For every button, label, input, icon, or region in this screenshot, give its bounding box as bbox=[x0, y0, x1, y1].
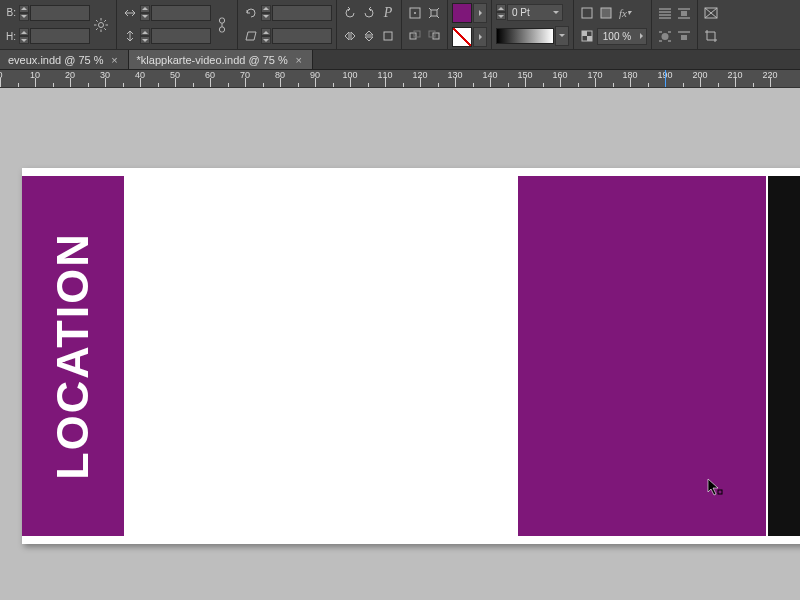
shear-stepper[interactable] bbox=[261, 28, 271, 44]
svg-line-7 bbox=[96, 28, 98, 30]
ruler-number: 120 bbox=[412, 70, 427, 80]
svg-line-8 bbox=[104, 20, 106, 22]
width-label: B: bbox=[4, 7, 18, 18]
wrap-shape-icon[interactable] bbox=[656, 27, 674, 45]
close-icon[interactable]: × bbox=[110, 54, 120, 66]
height-field[interactable] bbox=[30, 28, 90, 44]
canvas-area[interactable]: LOCATION bbox=[0, 88, 800, 600]
document-tab[interactable]: *klappkarte-video.indd @ 75 % × bbox=[129, 50, 313, 69]
select-content-icon[interactable] bbox=[425, 4, 443, 22]
scale-y-field[interactable] bbox=[151, 28, 211, 44]
stroke-dropdown[interactable] bbox=[473, 27, 487, 47]
document-tab-bar: eveux.indd @ 75 % × *klappkarte-video.in… bbox=[0, 50, 800, 70]
document-page[interactable]: LOCATION bbox=[22, 168, 800, 544]
ruler-number: 210 bbox=[727, 70, 742, 80]
wrap-jump-icon[interactable] bbox=[675, 27, 693, 45]
svg-rect-17 bbox=[414, 31, 420, 37]
document-tab[interactable]: eveux.indd @ 75 % × bbox=[0, 50, 129, 69]
select-container-icon[interactable] bbox=[406, 4, 424, 22]
ruler-guide[interactable] bbox=[665, 70, 666, 87]
flip-v-icon[interactable] bbox=[360, 27, 378, 45]
crop-icon[interactable] bbox=[702, 27, 720, 45]
ruler-number: 160 bbox=[552, 70, 567, 80]
fill-stroke-group bbox=[448, 0, 492, 49]
ruler-number: 40 bbox=[135, 70, 145, 80]
ruler-number: 110 bbox=[377, 70, 392, 80]
stroke-weight-field[interactable]: 0 Pt bbox=[507, 4, 563, 21]
photo-panel[interactable] bbox=[768, 176, 800, 536]
opacity-value: 100 % bbox=[598, 31, 636, 42]
stroke-type-dropdown[interactable] bbox=[555, 26, 569, 46]
ruler-number: 70 bbox=[240, 70, 250, 80]
corner-1-icon[interactable] bbox=[578, 4, 596, 22]
scale-x-icon bbox=[121, 4, 139, 22]
opacity-icon bbox=[578, 27, 596, 45]
flip-h-icon[interactable] bbox=[341, 27, 359, 45]
svg-rect-12 bbox=[384, 32, 392, 40]
spine-panel[interactable]: LOCATION bbox=[22, 176, 124, 536]
spine-text: LOCATION bbox=[47, 232, 99, 480]
ruler-number: 130 bbox=[447, 70, 462, 80]
wrap-bbox-icon[interactable] bbox=[675, 4, 693, 22]
ruler-number: 80 bbox=[275, 70, 285, 80]
fill-dropdown[interactable] bbox=[473, 3, 487, 23]
rotate-shear-group bbox=[238, 0, 337, 49]
ruler-number: 30 bbox=[100, 70, 110, 80]
rotate-icon bbox=[242, 4, 260, 22]
svg-rect-15 bbox=[431, 10, 437, 16]
wrap-group bbox=[652, 0, 698, 49]
svg-rect-23 bbox=[582, 31, 587, 36]
shear-field[interactable] bbox=[272, 28, 332, 44]
width-stepper[interactable] bbox=[19, 5, 29, 21]
wrap-none-icon[interactable] bbox=[656, 4, 674, 22]
stroke-style-group: 0 Pt bbox=[492, 0, 574, 49]
rotate-cw-icon[interactable] bbox=[360, 4, 378, 22]
tab-label: eveux.indd @ 75 % bbox=[8, 54, 104, 66]
dimensions-group: B: H: bbox=[0, 0, 117, 49]
svg-rect-18 bbox=[433, 33, 439, 39]
stroke-swatch[interactable] bbox=[452, 27, 472, 47]
clear-transform-icon[interactable] bbox=[379, 27, 397, 45]
svg-point-36 bbox=[662, 33, 669, 40]
scale-y-stepper[interactable] bbox=[140, 28, 150, 44]
select-next-icon[interactable] bbox=[425, 27, 443, 45]
svg-rect-10 bbox=[220, 27, 225, 32]
svg-point-14 bbox=[414, 12, 416, 14]
stroke-type-field[interactable] bbox=[496, 28, 554, 44]
corner-2-icon[interactable] bbox=[597, 4, 615, 22]
scale-x-stepper[interactable] bbox=[140, 5, 150, 21]
horizontal-ruler[interactable]: 0102030405060708090100110120130140150160… bbox=[0, 70, 800, 88]
shear-icon bbox=[242, 27, 260, 45]
link-icon[interactable] bbox=[211, 14, 233, 36]
close-icon[interactable]: × bbox=[294, 54, 304, 66]
ruler-number: 200 bbox=[692, 70, 707, 80]
tab-label: *klappkarte-video.indd @ 75 % bbox=[137, 54, 288, 66]
select-prev-icon[interactable] bbox=[406, 27, 424, 45]
control-bar: B: H: bbox=[0, 0, 800, 50]
rotate-stepper[interactable] bbox=[261, 5, 271, 21]
rotate-field[interactable] bbox=[272, 5, 332, 21]
scale-x-field[interactable] bbox=[151, 5, 211, 21]
fill-swatch[interactable] bbox=[452, 3, 472, 23]
rotate-ccw-icon[interactable] bbox=[341, 4, 359, 22]
ruler-number: 140 bbox=[482, 70, 497, 80]
svg-rect-31 bbox=[681, 11, 687, 16]
ruler-number: 180 bbox=[622, 70, 637, 80]
svg-rect-20 bbox=[582, 8, 592, 18]
scale-y-icon bbox=[121, 27, 139, 45]
sun-icon[interactable] bbox=[90, 14, 112, 36]
align-group bbox=[402, 0, 448, 49]
svg-rect-16 bbox=[410, 33, 416, 39]
fx-icon[interactable]: fx▾ bbox=[616, 4, 634, 22]
right-panel[interactable] bbox=[518, 176, 766, 536]
svg-rect-38 bbox=[681, 35, 687, 40]
scale-group bbox=[117, 0, 238, 49]
height-stepper[interactable] bbox=[19, 28, 29, 44]
char-icon[interactable]: P bbox=[379, 4, 397, 22]
opacity-field[interactable]: 100 % bbox=[597, 28, 647, 45]
stroke-weight-stepper[interactable] bbox=[496, 4, 506, 20]
svg-line-5 bbox=[96, 20, 98, 22]
width-field[interactable] bbox=[30, 5, 90, 21]
frame-group bbox=[698, 0, 724, 49]
frame-fit-icon[interactable] bbox=[702, 4, 720, 22]
